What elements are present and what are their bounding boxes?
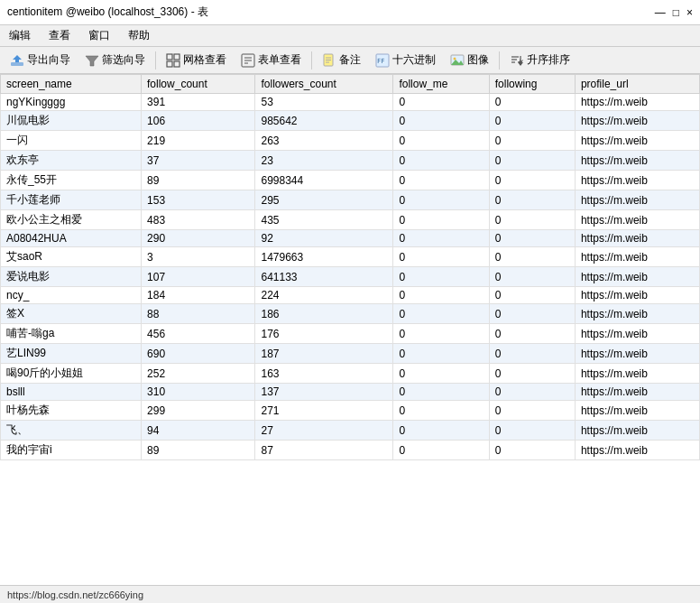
table-row[interactable]: ngYKingggg3915300https://m.weib xyxy=(1,94,700,111)
menu-help[interactable]: 帮助 xyxy=(119,25,159,46)
table-header-row: screen_name follow_count followers_count… xyxy=(1,75,700,94)
table-cell: 456 xyxy=(142,324,255,344)
menu-view[interactable]: 查看 xyxy=(40,25,79,46)
table-row[interactable]: 签X8818600https://m.weib xyxy=(1,304,700,324)
data-table: screen_name follow_count followers_count… xyxy=(0,74,700,460)
title-bar: centionitem @weibo (localhost_3306) - 表 … xyxy=(0,0,700,25)
table-row[interactable]: 飞、942700https://m.weib xyxy=(1,421,700,441)
table-cell: 176 xyxy=(255,324,393,344)
table-cell: 137 xyxy=(255,384,393,401)
table-cell: 0 xyxy=(489,421,575,441)
table-cell: 391 xyxy=(142,94,255,111)
col-profile-url[interactable]: profile_url xyxy=(575,75,699,94)
table-cell: https://m.weib xyxy=(575,111,699,131)
table-cell: 252 xyxy=(142,364,255,384)
table-row[interactable]: A08042HUA2909200https://m.weib xyxy=(1,230,700,247)
minimize-button[interactable]: — xyxy=(655,6,666,19)
hex-button[interactable]: FF 十六进制 xyxy=(369,50,442,70)
table-row[interactable]: 艾saoR3147966300https://m.weib xyxy=(1,247,700,267)
menu-window[interactable]: 窗口 xyxy=(79,25,119,46)
table-row[interactable]: 川侃电影10698564200https://m.weib xyxy=(1,111,700,131)
table-cell: 435 xyxy=(255,210,393,230)
col-followers-count[interactable]: followers_count xyxy=(255,75,393,94)
table-cell: 千小莲老师 xyxy=(1,190,142,210)
table-cell: 263 xyxy=(255,131,393,151)
table-row[interactable]: 我的宇宙i898700https://m.weib xyxy=(1,441,700,460)
table-row[interactable]: 一闪21926300https://m.weib xyxy=(1,131,700,151)
table-cell: https://m.weib xyxy=(575,441,699,460)
col-following[interactable]: following xyxy=(489,75,575,94)
grid-view-button[interactable]: 网格查看 xyxy=(160,50,233,70)
col-follow-me[interactable]: follow_me xyxy=(393,75,489,94)
table-cell: 艾saoR xyxy=(1,247,142,267)
menu-edit[interactable]: 编辑 xyxy=(0,25,40,46)
table-cell: https://m.weib xyxy=(575,384,699,401)
form-view-label: 表单查看 xyxy=(258,52,301,68)
table-cell: 23 xyxy=(255,151,393,171)
table-cell: 186 xyxy=(255,304,393,324)
table-cell: ncy_ xyxy=(1,287,142,304)
filter-wizard-label: 筛选向导 xyxy=(102,52,145,68)
table-cell: 310 xyxy=(142,384,255,401)
table-cell: ngYKingggg xyxy=(1,94,142,111)
table-cell: 1479663 xyxy=(255,247,393,267)
table-cell: 6998344 xyxy=(255,171,393,190)
form-view-button[interactable]: 表单查看 xyxy=(235,50,308,70)
table-row[interactable]: 叶杨先森29927100https://m.weib xyxy=(1,401,700,421)
svg-rect-0 xyxy=(11,62,23,66)
table-row[interactable]: 艺LIN9969018700https://m.weib xyxy=(1,344,700,364)
table-cell: 89 xyxy=(142,171,255,190)
col-screen-name[interactable]: screen_name xyxy=(1,75,142,94)
table-cell: 299 xyxy=(142,401,255,421)
table-container[interactable]: screen_name follow_count followers_count… xyxy=(0,74,700,585)
filter-wizard-button[interactable]: 筛选向导 xyxy=(78,50,152,70)
table-cell: https://m.weib xyxy=(575,230,699,247)
table-cell: 0 xyxy=(489,131,575,151)
table-cell: 0 xyxy=(393,421,489,441)
sort-asc-icon xyxy=(510,53,524,68)
table-row[interactable]: 爱说电影10764113300https://m.weib xyxy=(1,267,700,287)
table-cell: https://m.weib xyxy=(575,324,699,344)
table-cell: 0 xyxy=(489,230,575,247)
table-cell: 295 xyxy=(255,190,393,210)
table-row[interactable]: 哺苦-嗡ga45617600https://m.weib xyxy=(1,324,700,344)
table-cell: 0 xyxy=(393,401,489,421)
table-cell: 永传_55开 xyxy=(1,171,142,190)
note-button[interactable]: 备注 xyxy=(316,50,367,70)
table-row[interactable]: 欧小公主之相爱48343500https://m.weib xyxy=(1,210,700,230)
table-cell: https://m.weib xyxy=(575,247,699,267)
table-cell: 0 xyxy=(393,324,489,344)
table-cell: https://m.weib xyxy=(575,364,699,384)
table-cell: https://m.weib xyxy=(575,304,699,324)
hex-label: 十六进制 xyxy=(392,52,436,68)
table-row[interactable]: 喝90斤的小姐姐25216300https://m.weib xyxy=(1,364,700,384)
table-cell: 0 xyxy=(393,344,489,364)
menu-bar: 编辑 查看 窗口 帮助 xyxy=(0,25,700,47)
table-cell: 89 xyxy=(142,441,255,460)
table-cell: 224 xyxy=(255,287,393,304)
image-button[interactable]: 图像 xyxy=(444,50,495,70)
table-cell: 哺苦-嗡ga xyxy=(1,324,142,344)
table-cell: 290 xyxy=(142,230,255,247)
table-cell: 0 xyxy=(393,384,489,401)
close-button[interactable]: × xyxy=(686,6,693,19)
svg-marker-2 xyxy=(86,56,98,66)
table-row[interactable]: 永传_55开89699834400https://m.weib xyxy=(1,171,700,190)
export-wizard-button[interactable]: 导出向导 xyxy=(4,50,77,70)
table-row[interactable]: 千小莲老师15329500https://m.weib xyxy=(1,190,700,210)
window-controls[interactable]: — □ × xyxy=(655,6,693,19)
maximize-button[interactable]: □ xyxy=(673,6,679,19)
table-row[interactable]: bslll31013700https://m.weib xyxy=(1,384,700,401)
table-row[interactable]: ncy_18422400https://m.weib xyxy=(1,287,700,304)
sort-asc-button[interactable]: 升序排序 xyxy=(503,50,576,70)
sort-asc-label: 升序排序 xyxy=(527,52,570,68)
table-cell: 0 xyxy=(393,441,489,460)
title-text: centionitem @weibo (localhost_3306) - 表 xyxy=(7,5,208,20)
table-row[interactable]: 欢东亭372300https://m.weib xyxy=(1,151,700,171)
table-cell: 0 xyxy=(489,94,575,111)
image-label: 图像 xyxy=(467,52,489,68)
col-follow-count[interactable]: follow_count xyxy=(142,75,255,94)
toolbar-separator-1 xyxy=(155,51,156,70)
table-cell: 我的宇宙i xyxy=(1,441,142,460)
table-cell: 153 xyxy=(142,190,255,210)
